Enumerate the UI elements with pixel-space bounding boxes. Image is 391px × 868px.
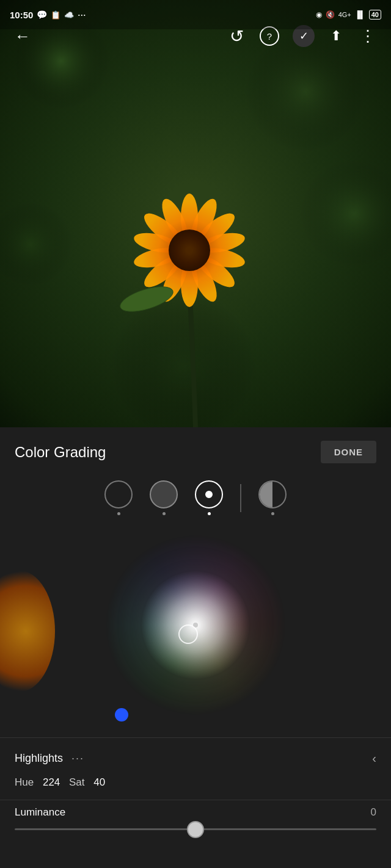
more-status-icon: ··· bbox=[78, 10, 86, 20]
luminance-value: 0 bbox=[371, 806, 376, 819]
channel-selector-row bbox=[0, 474, 391, 527]
photo-area: 10:50 💬 📋 ☁️ ··· ◉ 🔇 4G+ ▐▌ 40 ← ↺ ? ✓ ⬆ bbox=[0, 0, 391, 427]
highlights-icon bbox=[195, 480, 223, 508]
wheel-blue-dot[interactable] bbox=[115, 708, 128, 722]
previous-wheel-blob bbox=[0, 570, 55, 692]
highlights-dot bbox=[208, 512, 211, 515]
mute-icon: 🔇 bbox=[326, 10, 335, 19]
midtones-dot bbox=[163, 512, 166, 515]
luminance-slider-thumb[interactable] bbox=[187, 821, 204, 838]
highlights-label: Highlights bbox=[15, 752, 63, 765]
highlights-row: Highlights ··· ‹ bbox=[0, 740, 391, 772]
sat-value: 40 bbox=[93, 776, 105, 788]
shadows-icon bbox=[104, 480, 133, 508]
signal-icon: 4G+ bbox=[338, 11, 351, 18]
status-bar: 10:50 💬 📋 ☁️ ··· ◉ 🔇 4G+ ▐▌ 40 bbox=[0, 0, 391, 29]
wheel-handle[interactable] bbox=[178, 624, 198, 644]
notification-icon: 📋 bbox=[51, 10, 60, 20]
channel-shadows[interactable] bbox=[104, 480, 133, 515]
eye-icon: ◉ bbox=[316, 10, 322, 19]
shadows-dot bbox=[117, 512, 120, 515]
luminance-slider-track[interactable] bbox=[15, 828, 376, 830]
hue-label: Hue bbox=[15, 776, 34, 788]
color-grading-header: Color Grading DONE bbox=[0, 427, 391, 474]
highlights-chevron[interactable]: ‹ bbox=[372, 751, 376, 765]
messenger-icon: 💬 bbox=[37, 10, 47, 20]
battery-display: 40 bbox=[369, 10, 381, 20]
done-button[interactable]: DONE bbox=[321, 441, 376, 463]
global-dot bbox=[271, 512, 274, 515]
wifi-icon: ▐▌ bbox=[355, 10, 365, 19]
hue-sat-row: Hue 224 Sat 40 bbox=[0, 772, 391, 797]
divider-1 bbox=[0, 737, 391, 738]
channel-divider bbox=[240, 484, 241, 512]
channel-midtones[interactable] bbox=[150, 480, 178, 515]
global-icon bbox=[258, 480, 287, 508]
luminance-label: Luminance bbox=[15, 806, 65, 819]
midtones-icon bbox=[150, 480, 178, 508]
highlights-options-icon[interactable]: ··· bbox=[71, 752, 84, 765]
sat-label: Sat bbox=[69, 776, 85, 788]
time-display: 10:50 bbox=[10, 10, 33, 20]
channel-highlights[interactable] bbox=[195, 480, 223, 515]
cloud-icon: ☁️ bbox=[64, 10, 74, 20]
divider-2 bbox=[0, 800, 391, 800]
color-grading-title: Color Grading bbox=[15, 444, 106, 461]
color-wheel-area bbox=[0, 527, 391, 735]
hue-value: 224 bbox=[43, 776, 60, 788]
color-wheel[interactable] bbox=[104, 533, 287, 717]
channel-global[interactable] bbox=[258, 480, 287, 515]
luminance-slider-row bbox=[0, 826, 391, 842]
